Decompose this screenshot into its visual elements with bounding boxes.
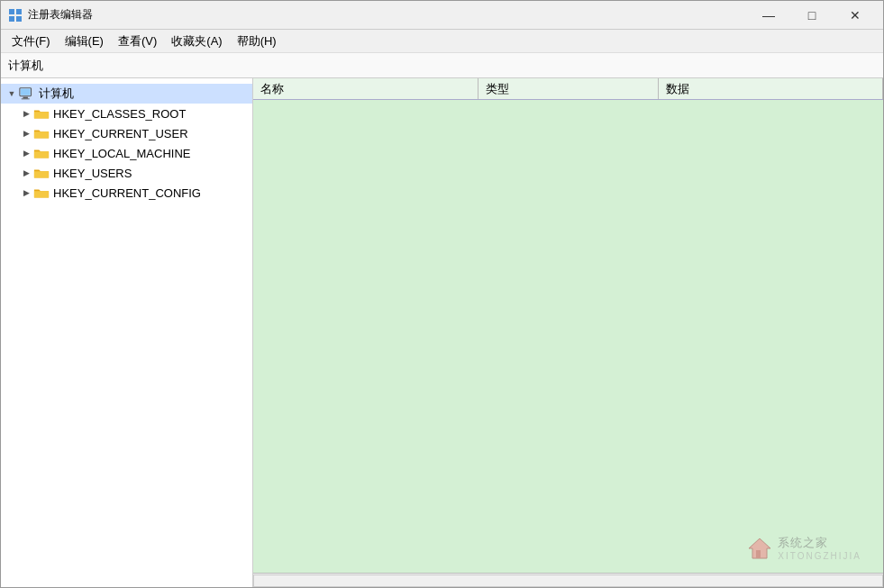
col-header-data: 数据 (659, 78, 883, 99)
expand-icon-hku[interactable] (19, 166, 33, 180)
tree-node-hkey-users[interactable]: HKEY_USERS (15, 163, 252, 183)
registry-editor-window: 注册表编辑器 — □ ✕ 文件(F) 编辑(E) 查看(V) 收藏夹(A) 帮助… (0, 0, 884, 588)
folder-icon-hkcr (33, 106, 50, 121)
address-path: 计算机 (8, 58, 43, 74)
expand-icon-hkcu[interactable] (19, 126, 33, 140)
tree-root: 计算机 HKEY_CLASSES_ROOT (1, 82, 252, 204)
menu-edit[interactable]: 编辑(E) (58, 31, 111, 52)
tree-panel[interactable]: 计算机 HKEY_CLASSES_ROOT (1, 78, 253, 587)
expand-icon-computer[interactable] (5, 86, 19, 101)
svg-rect-2 (9, 16, 14, 22)
tree-label-hkcc: HKEY_CURRENT_CONFIG (53, 186, 201, 200)
window-icon (8, 8, 23, 23)
folder-icon-hklm (33, 146, 50, 160)
menu-view[interactable]: 查看(V) (111, 31, 164, 52)
close-button[interactable]: ✕ (834, 2, 876, 29)
horizontal-scrollbar[interactable] (253, 574, 883, 587)
svg-rect-7 (21, 89, 31, 95)
svg-rect-0 (9, 9, 14, 14)
menu-bar: 文件(F) 编辑(E) 查看(V) 收藏夹(A) 帮助(H) (1, 30, 883, 53)
col-header-type: 类型 (478, 78, 659, 99)
expand-icon-hklm[interactable] (19, 146, 33, 160)
menu-file[interactable]: 文件(F) (5, 31, 58, 52)
tree-label-hku: HKEY_USERS (53, 167, 132, 180)
svg-rect-6 (22, 98, 30, 99)
tree-label-hkcu: HKEY_CURRENT_USER (53, 127, 188, 140)
main-content: 计算机 HKEY_CLASSES_ROOT (1, 78, 883, 587)
menu-favorites[interactable]: 收藏夹(A) (164, 31, 229, 52)
expand-icon-hkcr[interactable] (19, 106, 33, 121)
expand-icon-hkcc[interactable] (19, 185, 33, 200)
svg-rect-3 (16, 16, 22, 22)
tree-node-hkey-current-user[interactable]: HKEY_CURRENT_USER (15, 123, 252, 143)
tree-children-computer: HKEY_CLASSES_ROOT HKEY_CURRENT_USER (1, 104, 252, 203)
tree-node-hkey-classes-root[interactable]: HKEY_CLASSES_ROOT (15, 104, 252, 123)
svg-rect-1 (16, 9, 22, 14)
maximize-button[interactable]: □ (791, 2, 833, 29)
tree-label-computer: 计算机 (39, 86, 74, 102)
folder-icon-hku (33, 166, 50, 180)
tree-node-hkey-current-config[interactable]: HKEY_CURRENT_CONFIG (15, 183, 252, 203)
title-bar: 注册表编辑器 — □ ✕ (1, 1, 883, 30)
window-controls: — □ ✕ (748, 2, 876, 29)
minimize-button[interactable]: — (748, 2, 789, 29)
tree-label-hkcr: HKEY_CLASSES_ROOT (53, 107, 186, 121)
detail-body[interactable] (253, 100, 883, 573)
window-title: 注册表编辑器 (28, 7, 748, 23)
col-header-name: 名称 (253, 78, 478, 99)
detail-panel: 名称 类型 数据 (253, 78, 883, 587)
address-bar: 计算机 (1, 53, 883, 78)
detail-footer (253, 573, 883, 587)
tree-node-hkey-local-machine[interactable]: HKEY_LOCAL_MACHINE (15, 143, 252, 163)
menu-help[interactable]: 帮助(H) (230, 31, 284, 52)
folder-icon-hkcu (33, 126, 50, 140)
detail-header: 名称 类型 数据 (253, 78, 883, 100)
tree-label-hklm: HKEY_LOCAL_MACHINE (53, 147, 190, 160)
computer-icon (19, 86, 35, 101)
svg-rect-5 (23, 97, 28, 99)
tree-node-computer[interactable]: 计算机 (1, 84, 252, 104)
folder-icon-hkcc (33, 185, 50, 200)
